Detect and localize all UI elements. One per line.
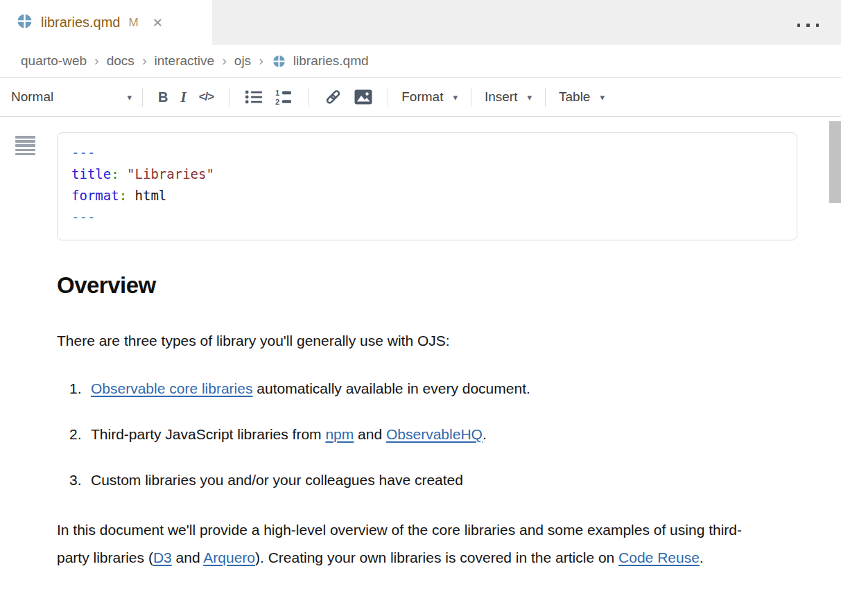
- link-icon: [324, 89, 342, 105]
- list-item-text: Custom libraries you and/or your colleag…: [91, 470, 463, 489]
- handle-bar: [15, 144, 35, 147]
- handle-bar: [15, 140, 35, 143]
- toolbar-separator: [388, 88, 388, 107]
- breadcrumb-item-interactive[interactable]: interactive: [155, 53, 215, 69]
- modified-badge: M: [128, 16, 138, 30]
- link-button[interactable]: [318, 85, 348, 109]
- list-item-text: Third-party JavaScript libraries from np…: [91, 425, 487, 443]
- list-number: 2.: [69, 425, 91, 443]
- toolbar-separator: [309, 88, 309, 107]
- table-menu-label: Table: [559, 89, 590, 105]
- list-number: 3.: [69, 470, 91, 489]
- paragraph-style-value: Normal: [11, 89, 53, 105]
- chevron-right-icon: ›: [142, 53, 147, 69]
- code-token: :: [111, 166, 119, 182]
- text-run: and: [354, 426, 386, 442]
- breadcrumb-item-file[interactable]: libraries.qmd: [293, 53, 369, 69]
- code-token: [119, 166, 127, 182]
- handle-bar: [15, 149, 35, 152]
- block-drag-handle-icon[interactable]: [15, 134, 35, 157]
- heading-overview: Overview: [57, 272, 797, 299]
- code-token: ---: [71, 209, 95, 225]
- intro-paragraph: There are three types of library you'll …: [57, 331, 758, 350]
- handle-bar: [15, 153, 35, 156]
- breadcrumb-item-ojs[interactable]: ojs: [234, 53, 251, 69]
- tab-title: libraries.qmd: [41, 15, 120, 30]
- table-menu[interactable]: Table ▾: [555, 87, 609, 107]
- image-button[interactable]: [348, 86, 379, 108]
- breadcrumb: quarto-web › docs › interactive › ojs › …: [0, 45, 841, 78]
- chevron-right-icon: ›: [94, 53, 99, 69]
- code-token: title: [71, 166, 111, 182]
- dot-icon: [806, 24, 810, 27]
- doc-link[interactable]: ObservableHQ: [386, 426, 483, 442]
- doc-link[interactable]: npm: [325, 426, 354, 442]
- list-item-text: Observable core libraries automatically …: [91, 379, 530, 398]
- code-token: ---: [71, 145, 95, 160]
- format-menu-label: Format: [401, 89, 443, 105]
- chevron-right-icon: ›: [222, 53, 227, 69]
- dot-icon: [816, 24, 820, 27]
- scrollbar-thumb[interactable]: [829, 121, 841, 203]
- tab-libraries-qmd[interactable]: libraries.qmd M ✕: [0, 0, 212, 45]
- tab-bar: libraries.qmd M ✕: [0, 0, 841, 45]
- more-actions-button[interactable]: [795, 21, 822, 30]
- breadcrumb-item-quarto-web[interactable]: quarto-web: [21, 53, 87, 69]
- text-run: Third-party JavaScript libraries from: [91, 426, 325, 442]
- quarto-icon: [17, 13, 33, 32]
- list-item: 2. Third-party JavaScript libraries from…: [57, 425, 797, 443]
- text-run: Custom libraries you and/or your colleag…: [91, 472, 463, 488]
- toolbar-separator: [545, 88, 546, 107]
- code-token: "Libraries": [127, 166, 214, 182]
- ordered-list-icon: 1 2: [275, 89, 293, 105]
- chevron-down-icon: ▾: [453, 92, 458, 103]
- ordered-list: 1. Observable core libraries automatical…: [57, 379, 797, 489]
- code-line: title: "Libraries": [71, 164, 783, 185]
- bullet-list-icon: [245, 89, 263, 105]
- toolbar-separator: [471, 88, 471, 107]
- text-run: .: [483, 426, 487, 442]
- svg-text:1: 1: [275, 89, 279, 97]
- doc-link[interactable]: Observable core libraries: [91, 380, 252, 396]
- toolbar-separator: [229, 88, 229, 107]
- breadcrumb-item-docs[interactable]: docs: [107, 53, 135, 69]
- yaml-metadata-block[interactable]: ---title: "Libraries"format: html---: [57, 132, 797, 240]
- code-line: ---: [71, 142, 783, 164]
- text-run: automatically available in every documen…: [252, 380, 530, 396]
- editor-content: ---title: "Libraries"format: html--- Ove…: [0, 117, 841, 572]
- paragraph-style-select[interactable]: Normal ▾: [10, 87, 133, 107]
- text-run: and: [172, 549, 204, 565]
- bullet-list-button[interactable]: [239, 85, 269, 109]
- doc-link[interactable]: Code Reuse: [618, 549, 700, 565]
- list-item: 3. Custom libraries you and/or your coll…: [57, 470, 797, 489]
- editor-toolbar: Normal ▾ B I </> 1 2: [0, 78, 841, 117]
- code-button[interactable]: </>: [193, 87, 220, 107]
- doc-link[interactable]: D3: [153, 549, 172, 565]
- format-menu[interactable]: Format ▾: [397, 87, 462, 107]
- chevron-right-icon: ›: [259, 53, 263, 69]
- handle-bar: [15, 136, 35, 139]
- close-icon[interactable]: ✕: [153, 17, 163, 29]
- code-token: :: [119, 188, 127, 203]
- code-line: ---: [71, 206, 783, 228]
- text-run: ). Creating your own libraries is covere…: [255, 549, 618, 565]
- insert-menu[interactable]: Insert ▾: [480, 87, 536, 107]
- bold-button[interactable]: B: [152, 86, 174, 109]
- image-icon: [354, 89, 372, 105]
- ordered-list-button[interactable]: 1 2: [269, 85, 300, 109]
- doc-link[interactable]: Arquero: [203, 549, 255, 565]
- svg-text:2: 2: [275, 98, 279, 105]
- chevron-down-icon: ▾: [600, 92, 605, 103]
- code-line: format: html: [71, 185, 783, 206]
- italic-button[interactable]: I: [174, 85, 192, 109]
- chevron-down-icon: ▾: [527, 92, 532, 103]
- code-token: html: [127, 188, 166, 203]
- outro-paragraph: In this document we'll provide a high-le…: [57, 516, 758, 572]
- list-number: 1.: [69, 379, 91, 398]
- toolbar-separator: [142, 88, 143, 107]
- dot-icon: [797, 24, 801, 27]
- chevron-down-icon: ▾: [127, 92, 132, 103]
- text-run: .: [700, 549, 704, 565]
- quarto-icon: [272, 55, 286, 68]
- insert-menu-label: Insert: [485, 89, 518, 105]
